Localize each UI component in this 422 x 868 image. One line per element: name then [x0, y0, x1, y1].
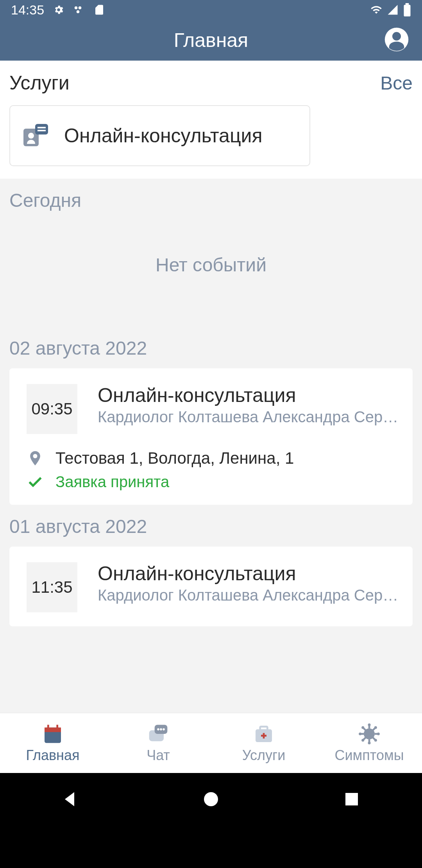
svg-point-35	[377, 732, 380, 735]
svg-point-1	[79, 6, 82, 9]
svg-point-34	[359, 732, 361, 735]
svg-rect-10	[38, 127, 46, 129]
event-title: Онлайн-консультация	[98, 384, 398, 407]
section-label-date: 01 августа 2022	[0, 505, 422, 537]
svg-rect-14	[47, 725, 49, 729]
nav-services[interactable]: Услуги	[211, 713, 316, 773]
dots-icon	[73, 4, 85, 16]
status-bar: 14:35	[0, 0, 422, 20]
all-services-link[interactable]: Все	[380, 72, 413, 94]
calendar-icon	[42, 723, 64, 745]
svg-rect-9	[35, 124, 48, 135]
nav-chat[interactable]: Чат	[106, 713, 211, 773]
svg-rect-3	[404, 5, 411, 16]
svg-point-19	[160, 728, 162, 730]
nav-label: Услуги	[242, 747, 286, 764]
section-label-date: 02 августа 2022	[0, 326, 422, 359]
signal-icon	[387, 4, 399, 16]
events-list[interactable]: Сегодня Нет событий 02 августа 2022 09:3…	[0, 179, 422, 713]
service-card-online-consultation[interactable]: Онлайн-консультация	[9, 105, 310, 166]
svg-point-37	[374, 739, 377, 741]
svg-point-2	[77, 10, 80, 13]
user-icon	[384, 27, 409, 52]
status-time: 14:35	[11, 2, 44, 18]
nav-label: Главная	[26, 747, 79, 764]
services-section: Услуги Все Онлайн-консультация	[0, 61, 422, 179]
app-header: Главная	[0, 20, 422, 61]
event-subtitle: Кардиолог Колташева Александра Сер…	[98, 586, 398, 604]
svg-point-6	[392, 32, 401, 40]
svg-rect-4	[406, 3, 409, 5]
location-pin-icon	[27, 450, 44, 467]
svg-point-33	[368, 741, 371, 744]
event-title: Онлайн-консультация	[98, 562, 398, 585]
check-icon	[27, 473, 44, 491]
services-header: Услуги Все	[9, 72, 413, 94]
nav-label: Чат	[147, 747, 170, 764]
nav-label: Симптомы	[334, 747, 404, 764]
svg-rect-15	[56, 725, 58, 729]
nav-home[interactable]: Главная	[0, 713, 106, 773]
svg-point-32	[368, 723, 371, 726]
svg-rect-22	[260, 726, 268, 730]
page-title: Главная	[174, 29, 248, 52]
svg-point-36	[361, 726, 364, 729]
svg-point-8	[28, 133, 34, 139]
svg-point-0	[75, 6, 78, 9]
chat-icon	[147, 723, 169, 745]
system-navigation-bar	[0, 773, 422, 825]
svg-point-39	[374, 726, 377, 729]
empty-state-text: Нет событий	[0, 211, 422, 326]
svg-point-20	[163, 728, 165, 730]
briefcase-medical-icon	[253, 723, 275, 745]
svg-rect-41	[345, 793, 358, 805]
nav-symptoms[interactable]: Симптомы	[316, 713, 422, 773]
event-card[interactable]: 11:35 Онлайн-консультация Кардиолог Колт…	[9, 547, 413, 626]
event-location: Тестовая 1, Вологда, Ленина, 1	[55, 449, 294, 468]
gear-icon	[53, 4, 64, 16]
consultation-icon	[21, 122, 49, 150]
section-label-today: Сегодня	[0, 179, 422, 211]
battery-icon	[403, 3, 411, 16]
svg-point-18	[157, 728, 159, 730]
event-time: 09:35	[27, 384, 77, 434]
services-title: Услуги	[9, 72, 70, 94]
sd-card-icon	[93, 4, 105, 16]
status-left: 14:35	[11, 2, 105, 18]
wifi-icon	[370, 4, 382, 16]
bottom-nav: Главная Чат Услуги Симптомы	[0, 713, 422, 773]
event-status: Заявка принята	[55, 473, 169, 491]
svg-rect-11	[38, 130, 46, 131]
svg-rect-13	[45, 727, 61, 732]
profile-button[interactable]	[384, 27, 409, 54]
back-button[interactable]	[61, 790, 80, 809]
svg-point-40	[204, 792, 218, 806]
svg-point-38	[361, 739, 364, 741]
event-subtitle: Кардиолог Колташева Александра Сер…	[98, 408, 398, 426]
service-card-label: Онлайн-консультация	[64, 124, 263, 147]
event-time: 11:35	[27, 562, 77, 612]
recent-apps-button[interactable]	[342, 790, 361, 809]
event-card[interactable]: 09:35 Онлайн-консультация Кардиолог Колт…	[9, 368, 413, 505]
home-button[interactable]	[202, 790, 220, 809]
status-right	[370, 3, 411, 16]
virus-icon	[358, 723, 380, 745]
